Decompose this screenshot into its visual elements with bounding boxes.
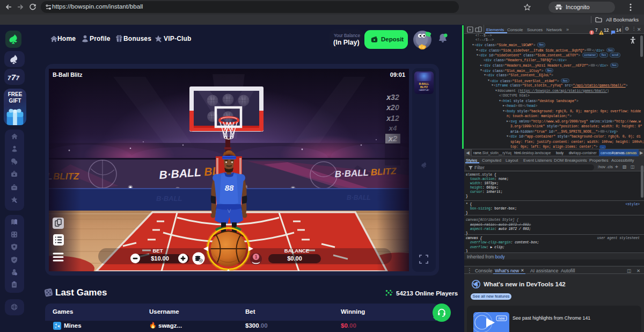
svg-text:$10.00: $10.00	[151, 255, 169, 262]
svg-text:B·BALL: B·BALL	[334, 168, 369, 179]
svg-text:new: new	[499, 316, 505, 320]
svg-text:B·BALL: B·BALL	[347, 194, 371, 201]
svg-text:88: 88	[225, 183, 234, 192]
svg-text:BET: BET	[153, 248, 163, 254]
svg-text:$0.00: $0.00	[287, 255, 302, 262]
svg-text:BALANCE: BALANCE	[284, 248, 309, 254]
svg-text:09:01: 09:01	[390, 71, 405, 78]
svg-text:B-Ball Blitz: B-Ball Blitz	[53, 71, 82, 78]
svg-text:B·BALL: B·BALL	[156, 194, 182, 203]
svg-text:1: 1	[255, 254, 258, 259]
